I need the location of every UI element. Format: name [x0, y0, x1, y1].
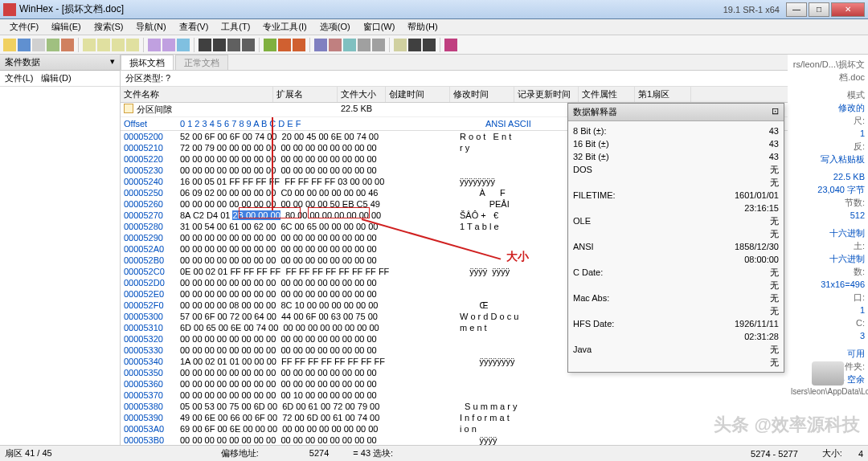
disk-icon[interactable] [314, 39, 327, 51]
data-interpreter-panel[interactable]: 数据解释器 ⊡ 8 Bit (±):4316 Bit (±)4332 Bit (… [567, 103, 784, 373]
paste-icon[interactable] [126, 39, 139, 51]
goto-icon[interactable] [264, 39, 276, 51]
sidebar-edit-menu[interactable]: 编辑(D) [41, 72, 71, 84]
partition-info: 分区类型: ? 0+0+1 文件, 0 分区 [121, 71, 868, 87]
menu-window[interactable]: 窗口(W) [357, 19, 402, 35]
col-record[interactable]: 记录更新时间 [514, 87, 579, 102]
mark-icon[interactable] [408, 39, 421, 51]
app-icon [3, 3, 16, 16]
interp-row: Java无 [573, 343, 779, 356]
tab-damaged-doc[interactable]: 损坏文档 [121, 55, 174, 70]
tool2-icon[interactable] [61, 39, 74, 51]
interp-row: 无 [573, 176, 779, 189]
interp-close-icon[interactable]: ⊡ [772, 106, 779, 118]
hex-row[interactable]: 0000538005 00 53 00 75 00 6D 00 6D 00 61… [124, 401, 865, 412]
prop-hex: 十六进制 [791, 226, 865, 239]
prop-clip-val: 写入粘贴板 [791, 153, 865, 165]
find-hex-icon[interactable] [213, 39, 226, 51]
eraser-icon[interactable] [444, 39, 457, 51]
hex-offset-header: Offset [124, 119, 180, 129]
document-tabs: 损坏文档 正常文档 [121, 55, 868, 71]
title-bar: WinHex - [损坏文档.doc] 19.1 SR-1 x64 — □ ✕ [0, 0, 868, 19]
prop-size: 22.5 KB [791, 170, 865, 183]
find-icon[interactable] [199, 39, 211, 51]
save-icon[interactable] [18, 39, 31, 51]
copy-icon[interactable] [112, 39, 125, 51]
menu-view[interactable]: 查看(V) [173, 19, 215, 35]
status-range: 5274 - 5277 [751, 449, 798, 459]
prop-s-val: 十六进制 [791, 252, 865, 265]
prop-page-label: 节数: [791, 196, 865, 209]
play-icon[interactable] [423, 39, 436, 51]
status-offset-label: 偏移地址: [221, 448, 259, 458]
tool-icon[interactable] [47, 39, 59, 51]
prop-q-val: 1 [791, 304, 865, 316]
col-size[interactable]: 文件大小 [338, 87, 386, 102]
menu-search[interactable]: 搜索(S) [88, 19, 130, 35]
hex-icon[interactable] [148, 39, 161, 51]
gear-icon[interactable] [358, 39, 371, 51]
file-icon [124, 104, 133, 113]
menu-pro[interactable]: 专业工具(I) [256, 19, 313, 35]
replace-icon[interactable] [242, 39, 255, 51]
ascii-icon[interactable] [162, 39, 175, 51]
col-ext[interactable]: 扩展名 [273, 87, 338, 102]
properties-panel: rs/leon/D...\损坏文档.doc 模式 修改的 尺: 1 反: 写入粘… [788, 55, 868, 402]
prop-page-val: 512 [791, 209, 865, 222]
menu-edit[interactable]: 编辑(E) [45, 19, 88, 35]
hex-row[interactable]: 0000539049 00 6E 00 66 00 6F 00 72 00 6D… [124, 412, 865, 423]
interp-row: 无 [573, 279, 779, 292]
print-icon[interactable] [32, 39, 45, 51]
prop-x-label: 尺: [791, 114, 865, 127]
tab-normal-doc[interactable]: 正常文档 [175, 55, 228, 70]
status-sector: 扇区 41 / 45 [5, 447, 52, 459]
hex-bytes-header: 0 1 2 3 4 5 6 7 8 9 A B C D E F [180, 119, 453, 129]
col-sector[interactable]: 第1扇区 [635, 87, 691, 102]
prop-clip-label: 反: [791, 140, 865, 153]
col-created[interactable]: 创建时间 [386, 87, 450, 102]
binary-icon[interactable] [177, 39, 190, 51]
open-icon[interactable] [3, 39, 16, 51]
minimize-button[interactable]: — [786, 2, 807, 17]
hex-row[interactable]: 000053B000 00 00 00 00 00 00 00 00 00 00… [124, 434, 865, 445]
cut-icon[interactable] [97, 39, 110, 51]
menu-options[interactable]: 选项(O) [313, 19, 357, 35]
prop-mode-label: 模式 [791, 88, 865, 101]
interp-row: HFS Date:1926/11/11 [573, 317, 779, 330]
prop-c-label: C: [791, 316, 865, 329]
close-button[interactable]: ✕ [831, 2, 865, 17]
ram-icon[interactable] [329, 39, 342, 51]
info-icon[interactable] [372, 39, 385, 51]
hex-row[interactable]: 0000537000 00 00 00 00 00 00 00 00 10 00… [124, 390, 865, 401]
interp-row: 无 [573, 356, 779, 369]
col-modified[interactable]: 修改时间 [450, 87, 514, 102]
back-icon[interactable] [278, 39, 291, 51]
hex-row[interactable]: 000053A069 00 6F 00 6E 00 00 00 00 00 00… [124, 423, 865, 434]
interp-row: FILETIME:1601/01/01 [573, 189, 779, 202]
window-title: WinHex - [损坏文档.doc] [19, 2, 723, 16]
status-offset-val: 5274 [309, 448, 329, 458]
prop-c-val: 3 [791, 329, 865, 342]
prop-q-label: 口: [791, 291, 865, 304]
hex-row[interactable]: 0000536000 00 00 00 00 00 00 00 00 00 00… [124, 378, 865, 390]
menu-help[interactable]: 帮助(H) [401, 19, 444, 35]
prop-s-label: 土: [791, 239, 865, 252]
calc-icon[interactable] [343, 39, 356, 51]
interp-row: OLE无 [573, 214, 779, 227]
prop-mode-val: 修改的 [791, 101, 865, 114]
undo-icon[interactable] [83, 39, 96, 51]
sidebar: 案件数据▾ 文件(L) 编辑(D) [0, 55, 121, 445]
status-size-val: 4 [858, 449, 863, 459]
menu-tools[interactable]: 工具(T) [215, 19, 256, 35]
interp-row: 08:00:00 [573, 253, 779, 266]
find-next-icon[interactable] [227, 39, 240, 51]
maximize-button[interactable]: □ [809, 2, 829, 17]
col-attrs[interactable]: 文件属性 [579, 87, 635, 102]
status-size-label: 大小: [822, 447, 842, 459]
forward-icon[interactable] [293, 39, 305, 51]
block-icon[interactable] [394, 39, 407, 51]
col-filename[interactable]: 文件名称 [121, 87, 273, 102]
menu-file[interactable]: 文件(F) [3, 19, 45, 35]
sidebar-file-menu[interactable]: 文件(L) [5, 72, 33, 84]
menu-nav[interactable]: 导航(N) [129, 19, 172, 35]
